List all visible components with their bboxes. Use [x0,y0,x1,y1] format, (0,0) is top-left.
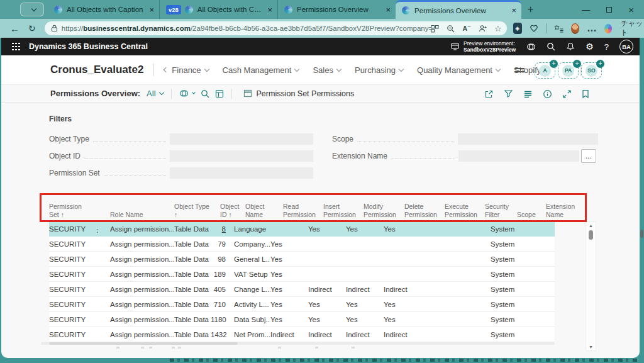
profile-add-icon[interactable] [479,25,487,33]
nav-scroll-left-icon[interactable] [164,67,169,72]
close-tab-icon[interactable]: × [511,6,516,15]
extension-badge-icon[interactable]: ◈ [513,23,522,34]
filter-icon[interactable] [504,89,513,98]
analyze-icon[interactable] [215,89,224,98]
column-header-10[interactable]: Security Filter [485,203,509,218]
business-central-favicon [284,6,292,14]
copilot-icon[interactable] [526,42,536,52]
favorite-star-icon[interactable]: ☆ [494,24,502,33]
settings-gear-icon[interactable]: ⚙ [586,42,594,52]
refresh-button[interactable]: ↻ [28,23,36,33]
close-window-button[interactable]: × [628,4,634,15]
divider [231,89,232,99]
scroll-down-arrow[interactable]: ▼ [586,345,596,349]
horizontal-scrollbar[interactable] [41,342,555,345]
column-header-12[interactable]: Extension Name [546,203,575,218]
app-launcher-icon[interactable] [12,43,20,51]
object-type-input[interactable] [170,133,313,145]
column-header-1[interactable]: Role Name [110,211,143,219]
table-row[interactable]: SECURITYAssign permission...Table Data40… [49,282,555,297]
close-tab-icon[interactable]: × [386,5,391,14]
close-tab-icon[interactable]: × [267,5,272,14]
table-row[interactable]: SECURITYAssign permission...Table Data11… [49,312,555,327]
cell-delete-permission: Yes [384,316,421,323]
extension-name-input[interactable] [458,150,579,162]
copilot-icon[interactable] [179,89,195,98]
column-header-7[interactable]: Modify Permission [364,203,396,218]
address-bar[interactable]: https://businesscentral.dynamics.com/2a9… [45,21,507,35]
column-header-2[interactable]: Object Type ↑ [174,203,209,218]
user-avatar[interactable]: BA [619,40,633,53]
hamburger-menu-icon[interactable] [514,66,525,74]
object-id-link[interactable]: 8 [222,225,226,233]
split-screen-icon[interactable] [431,25,439,33]
bookmark-icon[interactable] [582,89,589,99]
zoom-out-icon[interactable] [447,25,455,33]
column-header-11[interactable]: Scope [517,211,536,219]
scope-input[interactable] [458,133,598,145]
back-button[interactable]: ← [10,23,19,34]
table-row[interactable]: SECURITY⋮Assign permission...Table Data8… [49,221,555,237]
column-header-4[interactable]: Object Name [245,203,264,218]
row-menu-icon[interactable]: ⋮ [94,228,101,233]
nav-item-finance[interactable]: Finance [172,65,208,75]
browser-toolbar-icons: ◈ … チャット [513,19,644,38]
table-row[interactable]: SECURITYAssign permission...Table Data18… [49,267,555,282]
share-icon[interactable] [484,89,494,99]
lookup-more-button[interactable]: ... [581,149,596,163]
table-row[interactable]: SECURITYAssign permission...Table Data14… [49,327,555,342]
column-header-5[interactable]: Read Permission [283,203,316,218]
help-icon[interactable]: ? [604,42,609,52]
role-badge-so[interactable]: SO+ [581,62,602,79]
nav-item-sales[interactable]: Sales [313,65,341,75]
vertical-scrollbar[interactable]: ▲ ▼ [586,221,596,351]
browser-profile-avatar[interactable] [571,23,579,34]
maximize-button[interactable] [606,7,612,13]
table-row[interactable]: SECURITYAssign permission...Table Data79… [49,237,555,252]
scrollbar-thumb[interactable] [589,230,593,240]
browser-tab[interactable]: Permissions Overview× [396,0,521,19]
tab-search-button[interactable] [20,3,44,16]
notifications-icon[interactable] [566,42,575,51]
nav-item-quality-management[interactable]: Quality Management [417,65,500,75]
browser-tab[interactable]: v28All Objects with Caption× [159,0,277,19]
view-filter-dropdown[interactable]: All [147,89,163,98]
info-icon[interactable] [543,89,552,99]
column-header-9[interactable]: Execute Permission [445,203,477,218]
nav-item-purchasing[interactable]: Purchasing [355,65,403,75]
scrollbar-thumb[interactable] [49,342,238,345]
search-icon[interactable] [201,89,209,98]
read-aloud-icon[interactable]: A⌒ [462,25,471,32]
copilot-logo-icon[interactable] [604,24,612,33]
expand-icon[interactable] [562,89,572,99]
company-name[interactable]: Cronus_Evaluate2 [50,64,143,76]
copilot-chat-label[interactable]: チャット [621,19,644,38]
role-badge-a[interactable]: A+ [535,62,555,79]
column-header-3[interactable]: Object ID ↑ [220,203,239,218]
permission-set-input[interactable] [170,167,313,179]
browser-tab[interactable]: Permissions Overview× [277,0,396,19]
list-view-icon[interactable] [523,90,533,98]
minimize-button[interactable]: — [582,5,590,14]
column-header-6[interactable]: Insert Permission [323,203,356,218]
browser-tab[interactable]: All Objects with Caption× [48,0,159,19]
object-id-input[interactable] [170,150,313,162]
close-tab-icon[interactable]: × [149,5,154,14]
permission-set-link[interactable]: SECURITY [49,225,86,233]
browser-essentials-icon[interactable] [530,24,538,33]
role-badge-pa[interactable]: PA+ [558,62,579,79]
navigation-items: Cronus_Evaluate2 FinanceCash ManagementS… [50,55,591,84]
new-tab-button[interactable]: + [528,4,533,15]
environment-badge[interactable]: Preview environment:SandboxV28Preview [450,40,516,53]
search-icon[interactable] [547,42,555,51]
nav-item-cash-management[interactable]: Cash Management [223,65,299,75]
favorites-list-icon[interactable] [554,25,564,33]
permission-set-permissions-action[interactable]: Permission Set Permissions [243,89,355,98]
column-header-8[interactable]: Delete Permission [404,203,437,218]
cell-object-name: Language [234,225,270,233]
more-menu-icon[interactable]: … [587,23,597,34]
scroll-up-arrow[interactable]: ▲ [586,223,596,228]
table-row[interactable]: SECURITYAssign permission...Table Data98… [49,252,555,267]
column-header-0[interactable]: Permission Set ↑ [49,203,82,218]
table-row[interactable]: SECURITYAssign permission...Table Data71… [49,297,555,312]
